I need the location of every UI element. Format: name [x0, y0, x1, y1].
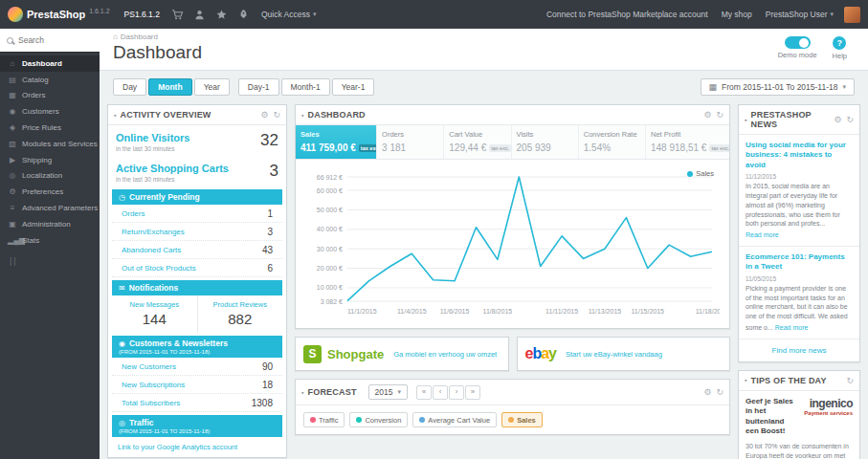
rocket-icon[interactable] — [233, 9, 255, 21]
refresh-icon[interactable]: ↻ — [846, 376, 854, 385]
svg-text:11/13/2015: 11/13/2015 — [589, 308, 622, 315]
ebay-link[interactable]: Start uw eBay-winkel vandaag — [566, 350, 662, 359]
calendar-icon: ▦ — [709, 82, 718, 92]
demo-mode-control: Demo mode — [778, 36, 817, 59]
forecast-legend-conversion[interactable]: Conversion — [349, 412, 408, 427]
range-button-month[interactable]: Month — [148, 78, 192, 96]
sales-dot — [508, 417, 514, 423]
kpi-sales[interactable]: Sales411 759,00 €tax exc. — [296, 125, 377, 159]
tax-badge: tax exc. — [709, 144, 729, 152]
kpi-orders[interactable]: Orders3 181 — [377, 125, 444, 159]
demo-mode-label: Demo mode — [778, 51, 817, 59]
refresh-icon[interactable]: ↻ — [846, 115, 854, 124]
forecast-year-select[interactable]: 2015 ▾ — [368, 384, 408, 400]
customers-label[interactable]: Total Subscribers — [122, 399, 180, 407]
activity-stat-label[interactable]: Active Shopping Carts — [116, 163, 229, 174]
activity-stat-label[interactable]: Online Visitors — [116, 132, 189, 143]
sidebar-item-dashboard[interactable]: ⌂Dashboard — [0, 55, 100, 72]
sidebar-item-preferences[interactable]: ⚙Preferences — [0, 184, 100, 200]
activity-stat-value: 3 — [270, 163, 278, 179]
section-title: Notifications — [129, 283, 178, 293]
svg-text:50 000 €: 50 000 € — [317, 207, 343, 213]
breadcrumb[interactable]: ⌂ Dashboard — [113, 33, 202, 41]
conversion-dot — [356, 417, 362, 423]
customer-icon[interactable] — [189, 9, 211, 21]
sidebar-item-customers[interactable]: ◉Customers — [0, 103, 100, 120]
demo-mode-toggle[interactable] — [785, 36, 811, 49]
prestashop-logo-icon — [8, 7, 23, 22]
refresh-icon[interactable]: ↻ — [716, 387, 723, 397]
sidebar-item-price-rules[interactable]: ◈Price Rules — [0, 120, 100, 136]
first-page-button[interactable]: « — [416, 385, 432, 400]
pending-label[interactable]: Return/Exchanges — [122, 228, 185, 236]
user-avatar[interactable] — [844, 7, 860, 23]
my-shop-link[interactable]: My shop — [715, 0, 759, 29]
refresh-icon[interactable]: ↻ — [716, 110, 723, 120]
pending-label[interactable]: Orders — [122, 209, 145, 218]
range-button-year-1[interactable]: Year-1 — [332, 78, 375, 96]
prev-page-button[interactable]: ‹ — [433, 385, 448, 400]
google-analytics-link[interactable]: Link to your Google Analytics account — [118, 443, 237, 451]
read-more-link[interactable]: Read more — [775, 323, 809, 333]
customers-label[interactable]: New Subscriptions — [122, 381, 185, 389]
help-icon[interactable]: ? — [833, 36, 846, 50]
range-button-day[interactable]: Day — [113, 78, 146, 96]
news-article-title[interactable]: Ecommerce 101: Payments in a Tweet — [746, 252, 853, 273]
sales-legend-dot — [687, 171, 693, 177]
customers-label[interactable]: New Customers — [122, 362, 176, 371]
date-range-picker[interactable]: ▦ From 2015-11-01 To 2015-11-18 ▾ — [701, 78, 855, 96]
sidebar-item-label: Administration — [22, 220, 71, 229]
notification-new-messages[interactable]: New Messages144 — [112, 295, 197, 333]
tax-badge: tax exc. — [359, 144, 377, 152]
sidebar-item-orders[interactable]: ▦Orders — [0, 88, 100, 104]
notification-product-reviews[interactable]: Product Reviews882 — [197, 295, 283, 333]
gear-icon[interactable]: ⚙ — [834, 115, 841, 124]
forecast-legend-average-cart-value[interactable]: Average Cart Value — [412, 412, 497, 427]
last-page-button[interactable]: » — [465, 385, 480, 400]
chevron-down-icon: ▾ — [842, 83, 846, 91]
user-menu[interactable]: PrestaShop User ▾ — [759, 0, 840, 29]
quick-access-menu[interactable]: Quick Access ▾ — [255, 0, 323, 29]
sidebar-collapse-toggle[interactable]: || — [0, 249, 100, 273]
sidebar-item-catalog[interactable]: ▤Catalog — [0, 72, 100, 88]
shopgate-link[interactable]: Ga mobiel en verhoog uw omzet — [393, 350, 497, 359]
customers-value: 90 — [262, 361, 273, 372]
sidebar-item-label: Price Rules — [22, 123, 61, 132]
sidebar-item-shipping[interactable]: ▶Shipping — [0, 152, 100, 168]
sidebar-item-modules-and-services[interactable]: ▧Modules and Services — [0, 136, 100, 152]
pending-label[interactable]: Abandoned Carts — [122, 246, 181, 254]
forecast-legend-traffic[interactable]: Traffic — [303, 412, 345, 427]
preferences-icon: ⚙ — [8, 187, 17, 196]
find-more-news-link[interactable]: Find more news — [772, 346, 827, 355]
sidebar-item-advanced-parameters[interactable]: ≡Advanced Parameters — [0, 200, 100, 216]
sidebar-item-stats[interactable]: ▂▄▆Stats — [0, 232, 100, 249]
gear-icon[interactable]: ⚙ — [260, 110, 268, 120]
gear-icon[interactable]: ⚙ — [703, 110, 711, 120]
cart-icon[interactable] — [167, 9, 189, 21]
gear-icon[interactable]: ⚙ — [703, 387, 711, 397]
forecast-legend-sales[interactable]: Sales — [501, 412, 543, 427]
sidebar-search[interactable] — [0, 29, 100, 53]
topbar-right: Connect to PrestaShop Marketplace accoun… — [540, 0, 868, 29]
sidebar-item-administration[interactable]: ▣Administration — [0, 216, 100, 232]
star-icon[interactable] — [211, 9, 233, 21]
search-input[interactable] — [18, 35, 83, 45]
pending-label[interactable]: Out of Stock Products — [122, 264, 196, 273]
news-article-title[interactable]: Using social media for your business: 4 … — [746, 141, 853, 170]
range-button-year[interactable]: Year — [194, 78, 230, 96]
shop-version-link[interactable]: PS1.6.1.2 — [118, 0, 167, 29]
read-more-link[interactable]: Read more — [746, 230, 779, 240]
marketplace-link[interactable]: Connect to PrestaShop Marketplace accoun… — [540, 0, 715, 29]
prestashop-brand[interactable]: PrestaShop 1.6.1.2 — [0, 7, 118, 22]
range-button-month-1[interactable]: Month-1 — [281, 78, 330, 96]
sidebar-item-localization[interactable]: ◎Localization — [0, 168, 100, 185]
kpi-visits[interactable]: Visits205 939 — [512, 125, 579, 159]
kpi-conversion-rate[interactable]: Conversion Rate1.54% — [579, 125, 646, 159]
refresh-icon[interactable]: ↻ — [273, 110, 280, 120]
chart-legend-sales[interactable]: Sales — [687, 169, 714, 178]
next-page-button[interactable]: › — [449, 385, 464, 400]
kpi-cart-value[interactable]: Cart Value129,44 €tax exc. — [444, 125, 511, 159]
activity-overview-panel: ▪ ACTIVITY OVERVIEW ⚙ ↻ Online Visitorsi… — [107, 104, 287, 458]
range-button-day-1[interactable]: Day-1 — [238, 78, 279, 96]
kpi-net-profit[interactable]: Net Profit148 918,51 €tax exc. — [646, 125, 729, 159]
